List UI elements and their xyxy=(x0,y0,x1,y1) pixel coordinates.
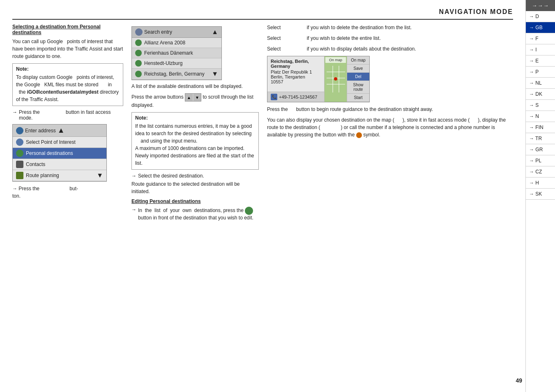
mid-note-title: Note: xyxy=(135,115,255,121)
sidebar-item-label: → SK xyxy=(529,191,542,197)
editing-heading: Editing Personal destinations xyxy=(131,198,259,204)
btn-onmap[interactable]: On map xyxy=(347,56,369,65)
dest-detail-box: Reichstag, Berlin, Germany Platz Der Rep… xyxy=(267,56,370,102)
mid-body2: Press the arrow buttons ▲▼ to scroll thr… xyxy=(131,93,259,109)
sidebar-item-S[interactable]: → S xyxy=(526,100,555,111)
arrow-icon-2: → xyxy=(131,173,136,179)
mid-note-line1: If the list contains numerous entries, i… xyxy=(135,122,255,145)
mid-note-line3: Newly imported destinations are filed at… xyxy=(135,152,255,167)
sidebar-item-H[interactable]: → H xyxy=(526,178,555,189)
sidebar-item-FIN[interactable]: → FIN xyxy=(526,122,555,133)
search-scroll-down[interactable]: ▼ xyxy=(212,70,218,78)
search-item-icon-1 xyxy=(135,39,142,46)
dest-info: Reichstag, Berlin, Germany Platz Der Rep… xyxy=(267,56,324,92)
mid-route-guidance: Route guidance to the selected destinati… xyxy=(131,180,259,195)
menu-enter-address[interactable]: Enter address ▲ xyxy=(13,125,106,137)
search-header: Search entry ▲ xyxy=(132,27,221,38)
right-select3: Select if you wish to display details ab… xyxy=(267,45,513,53)
sidebar-item-P[interactable]: → P xyxy=(526,67,555,78)
search-item-icon-2 xyxy=(135,50,142,56)
left-press1: → Press the button in fast access mode. xyxy=(12,109,123,121)
phone-row: 📞 +49-7145-1234567 xyxy=(267,92,324,102)
search-list-ui: Search entry ▲ Allianz Arena 2008 Ferien… xyxy=(131,26,222,80)
sidebar-item-label: → GB xyxy=(529,25,543,30)
right-select1: Select if you wish to delete the destina… xyxy=(267,24,513,31)
left-press1-text: Press the button in fast access mode. xyxy=(19,109,123,121)
search-item-4[interactable]: Reichstag, Berlin, Germany ▼ xyxy=(132,69,221,80)
sidebar-item-label: → PL xyxy=(529,158,541,164)
sidebar-item-label: → F xyxy=(529,36,539,42)
sidebar-item-GB[interactable]: → GB xyxy=(526,22,555,33)
dest-actions: On map Save Del Show route Start xyxy=(347,56,369,102)
sidebar-item-TR[interactable]: → TR xyxy=(526,133,555,144)
menu-item-personal[interactable]: Personal destinations xyxy=(13,148,106,159)
arrow-icon: → xyxy=(12,109,17,115)
left-note-box: Note: To display custom Google points of… xyxy=(12,63,123,106)
menu-label-personal: Personal destinations xyxy=(26,150,73,156)
search-item-3[interactable]: Henstedt-Ulzburg xyxy=(132,58,221,69)
sidebar-item-PL[interactable]: → PL xyxy=(526,155,555,166)
right-display-body: You can also display your chosen destina… xyxy=(267,116,513,138)
right-column: Select if you wish to delete the destina… xyxy=(267,24,513,384)
sidebar-item-GR[interactable]: → GR xyxy=(526,144,555,155)
menu-icon-enter xyxy=(16,127,23,134)
editing-body-text: In the list of your own destinations, pr… xyxy=(138,207,259,221)
search-item-label-3: Henstedt-Ulzburg xyxy=(144,60,182,66)
sidebar-item-SK[interactable]: → SK xyxy=(526,189,555,200)
left-body1: You can call up Google points of interes… xyxy=(12,38,123,60)
scroll-down-arrow[interactable]: ▼ xyxy=(97,172,103,179)
search-item-1[interactable]: Allianz Arena 2008 xyxy=(132,38,221,48)
btn-showroute[interactable]: Show route xyxy=(347,81,369,94)
sidebar-item-E[interactable]: → E xyxy=(526,55,555,67)
search-item-label-2: Ferienhaus Dänemark xyxy=(144,50,193,56)
right-sidebar: →→→ → D→ GB→ F→ I→ E→ P→ NL→ DK→ S→ N→ F… xyxy=(525,0,555,392)
sidebar-item-label: → GR xyxy=(529,147,543,152)
menu-item-contacts[interactable]: Contacts xyxy=(13,159,106,170)
main-content: NAVIGATION MODE Selecting a destination … xyxy=(0,0,525,392)
nav-menu-ui: Enter address ▲ Select Point of Interest… xyxy=(12,124,107,182)
map-thumbnail: On map xyxy=(324,56,347,102)
scroll-up-btn[interactable]: ▲ xyxy=(185,94,193,101)
search-scroll-up[interactable]: ▲ xyxy=(212,28,218,36)
left-column: Selecting a destination from Personal de… xyxy=(12,24,123,384)
editing-body: → In the list of your own destinations, … xyxy=(131,207,259,221)
sidebar-item-label: → S xyxy=(529,102,539,108)
sidebar-item-DK[interactable]: → DK xyxy=(526,89,555,100)
sidebar-item-label: → N xyxy=(529,113,539,119)
sidebar-item-label: → TR xyxy=(529,136,542,141)
right-press-start: Press the button to begin route guidance… xyxy=(267,106,513,113)
sidebar-item-I[interactable]: → I xyxy=(526,44,555,55)
sidebar-item-label: → H xyxy=(529,180,539,186)
sidebar-item-label: → DK xyxy=(529,91,542,97)
mid-column: Search entry ▲ Allianz Arena 2008 Ferien… xyxy=(131,24,259,384)
left-press2: → Press the but-ton. xyxy=(12,185,123,200)
menu-label-route: Route planning xyxy=(26,173,59,178)
menu-item-route[interactable]: Route planning ▼ xyxy=(13,170,106,181)
sidebar-item-N[interactable]: → N xyxy=(526,111,555,122)
sidebar-item-D[interactable]: → D xyxy=(526,11,555,22)
scroll-down-btn[interactable]: ▼ xyxy=(193,94,201,101)
page-header: NAVIGATION MODE xyxy=(12,8,513,20)
right-select2: Select if you wish to delete the entire … xyxy=(267,35,513,42)
btn-del[interactable]: Del xyxy=(347,73,369,81)
btn-start[interactable]: Start xyxy=(347,94,369,102)
sidebar-item-F[interactable]: → F xyxy=(526,33,555,44)
menu-item-poi[interactable]: Select Point of Interest xyxy=(13,137,106,148)
menu-icon-poi xyxy=(16,138,23,146)
sidebar-item-CZ[interactable]: → CZ xyxy=(526,166,555,178)
dest-phone: +49-7145-1234567 xyxy=(279,95,317,99)
sidebar-item-label: → FIN xyxy=(529,125,543,130)
search-item-2[interactable]: Ferienhaus Dänemark xyxy=(132,48,221,58)
left-note-body: To display custom Google points of inter… xyxy=(16,74,120,103)
menu-icon-route xyxy=(16,172,23,179)
scroll-up-arrow[interactable]: ▲ xyxy=(58,126,65,135)
search-item-label-1: Allianz Arena 2008 xyxy=(144,40,185,46)
sidebar-item-label: → I xyxy=(529,47,537,53)
sidebar-item-label: → P xyxy=(529,69,539,75)
dest-name: Reichstag, Berlin, Germany xyxy=(271,59,321,69)
sidebar-item-NL[interactable]: → NL xyxy=(526,78,555,89)
search-item-icon-4 xyxy=(135,71,142,77)
page-title: NAVIGATION MODE xyxy=(439,8,513,16)
btn-save[interactable]: Save xyxy=(347,65,369,73)
scroll-buttons[interactable]: ▲▼ xyxy=(185,93,201,101)
